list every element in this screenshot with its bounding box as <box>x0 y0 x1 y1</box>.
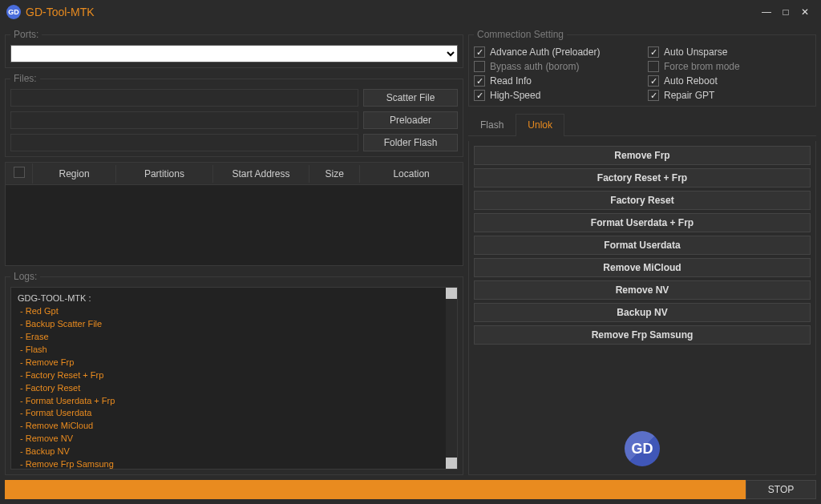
checkbox-icon <box>648 90 659 101</box>
log-line: - Factory Reset + Frp <box>18 369 451 382</box>
titlebar: GD GD-Tool-MTK — □ ✕ <box>0 0 821 24</box>
table-header: Region Partitions Start Address Size Loc… <box>6 163 463 185</box>
unlock-panel: Remove FrpFactory Reset + FrpFactory Res… <box>468 141 816 475</box>
bottom-bar: STOP <box>5 480 816 499</box>
folder-flash-button[interactable]: Folder Flash <box>363 134 458 151</box>
minimize-button[interactable]: — <box>757 4 776 20</box>
log-line: - Format Userdata <box>18 407 451 420</box>
conn-option-label: Force brom mode <box>664 61 740 72</box>
log-line: - Remove MiCloud <box>18 420 451 433</box>
files-group: Files: Scatter File Preloader Folder Fla… <box>5 73 463 157</box>
app-icon: GD <box>6 5 21 19</box>
th-partitions: Partitions <box>116 165 213 183</box>
log-header: GDG-TOOL-MTK : <box>18 292 451 305</box>
th-region: Region <box>33 165 116 183</box>
logs-output[interactable]: GDG-TOOL-MTK : - Red Gpt - Backup Scatte… <box>10 287 458 470</box>
maximize-button[interactable]: □ <box>776 4 795 20</box>
conn-option-7[interactable]: Repair GPT <box>648 90 811 101</box>
log-line: - Format Userdata + Frp <box>18 395 451 408</box>
tab-flash[interactable]: Flash <box>468 114 516 136</box>
checkbox-icon <box>474 61 485 72</box>
close-button[interactable]: ✕ <box>795 4 815 20</box>
checkbox-icon <box>474 90 485 101</box>
tab-bar: Flash Unlok <box>468 113 816 136</box>
th-start-address: Start Address <box>213 165 310 183</box>
conn-option-2[interactable]: Bypass auth (borom) <box>474 61 637 72</box>
unlock-btn-remove-frp[interactable]: Remove Frp <box>474 146 811 165</box>
logs-scrollbar[interactable] <box>446 288 457 469</box>
conn-option-5[interactable]: Auto Reboot <box>648 75 811 87</box>
select-all-checkbox[interactable] <box>14 167 25 178</box>
conn-option-4[interactable]: Read Info <box>474 75 637 87</box>
conn-option-1[interactable]: Auto Unsparse <box>648 46 811 58</box>
th-size: Size <box>309 165 360 183</box>
conn-option-0[interactable]: Advance Auth (Preloader) <box>474 46 637 58</box>
connection-setting-group: Commection Setting Advance Auth (Preload… <box>468 29 816 107</box>
gd-logo: GD <box>625 431 660 466</box>
checkbox-icon <box>474 46 485 58</box>
unlock-btn-backup-nv[interactable]: Backup NV <box>474 303 811 322</box>
logs-scroll-up[interactable] <box>446 288 457 299</box>
log-line: - Red Gpt <box>18 305 451 318</box>
unlock-btn-remove-micloud[interactable]: Remove MiCloud <box>474 258 811 277</box>
checkbox-icon <box>474 75 485 87</box>
conn-option-label: Read Info <box>490 75 532 87</box>
log-line: - Factory Reset <box>18 382 451 395</box>
log-line: - Backup Scatter File <box>18 318 451 331</box>
ports-legend: Ports: <box>10 29 42 40</box>
conn-option-6[interactable]: High-Speed <box>474 90 637 101</box>
stop-button[interactable]: STOP <box>746 480 816 499</box>
log-line: - Remove Frp Samsung <box>18 458 451 470</box>
folder-flash-input[interactable] <box>10 134 358 151</box>
conn-option-label: Auto Reboot <box>664 75 718 87</box>
tab-unlock[interactable]: Unlok <box>516 114 564 136</box>
ports-select[interactable] <box>10 45 458 62</box>
checkbox-icon <box>648 75 659 87</box>
unlock-btn-remove-nv[interactable]: Remove NV <box>474 280 811 300</box>
progress-bar <box>5 480 746 499</box>
unlock-btn-factory-reset[interactable]: Factory Reset <box>474 191 811 210</box>
log-line: - Remove Frp <box>18 357 451 369</box>
ports-group: Ports: <box>5 29 463 68</box>
log-line: - Remove NV <box>18 433 451 446</box>
conn-option-label: High-Speed <box>490 90 540 101</box>
conn-option-label: Advance Auth (Preloader) <box>490 46 600 58</box>
unlock-btn-format-userdata-frp[interactable]: Format Userdata + Frp <box>474 213 811 232</box>
files-legend: Files: <box>10 73 40 84</box>
scatter-file-button[interactable]: Scatter File <box>363 89 458 107</box>
preloader-button[interactable]: Preloader <box>363 111 458 129</box>
unlock-btn-factory-reset-frp[interactable]: Factory Reset + Frp <box>474 168 811 187</box>
checkbox-icon <box>648 61 659 72</box>
app-title: GD-Tool-MTK <box>26 6 95 18</box>
log-line: - Backup NV <box>18 446 451 458</box>
scatter-file-input[interactable] <box>10 89 358 107</box>
th-location: Location <box>360 165 463 183</box>
connection-legend: Commection Setting <box>474 29 567 40</box>
checkbox-icon <box>648 46 659 58</box>
unlock-btn-remove-frp-samsung[interactable]: Remove Frp Samsung <box>474 325 811 345</box>
conn-option-label: Bypass auth (borom) <box>490 61 579 72</box>
log-line: - Flash <box>18 344 451 357</box>
unlock-btn-format-userdata[interactable]: Format Userdata <box>474 236 811 255</box>
conn-option-label: Auto Unsparse <box>664 46 727 58</box>
preloader-input[interactable] <box>10 111 358 129</box>
logs-group: Logs: GDG-TOOL-MTK : - Red Gpt - Backup … <box>5 271 463 475</box>
logs-scroll-down[interactable] <box>446 458 457 469</box>
conn-option-3[interactable]: Force brom mode <box>648 61 811 72</box>
logs-legend: Logs: <box>10 271 40 282</box>
table-body <box>6 185 463 265</box>
conn-option-label: Repair GPT <box>664 90 714 101</box>
partition-table: Region Partitions Start Address Size Loc… <box>5 162 463 266</box>
log-line: - Erase <box>18 331 451 344</box>
